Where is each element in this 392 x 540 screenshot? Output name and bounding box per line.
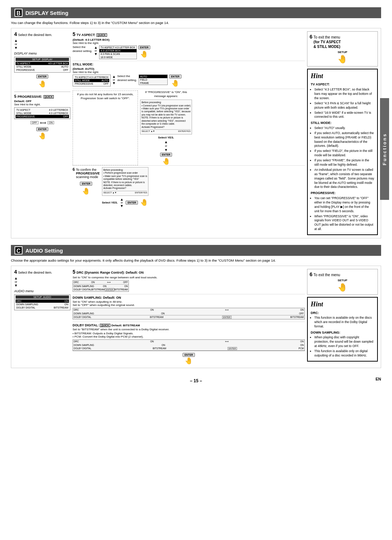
audio-hint-drc-title: DRC:	[311, 311, 374, 315]
audio-menu-drc-label: DRC	[16, 300, 22, 302]
display-prog-yes-controls: Select YES. ▲ or ▼ ENTER 🤚	[158, 136, 174, 165]
audio-hint-title: Hint	[311, 300, 374, 309]
drc-enter: ENTER	[105, 288, 114, 291]
audio-step6-exit-label: To exit the menu	[314, 273, 340, 277]
display-step4-num: 4	[14, 31, 17, 37]
hand-icon-tvaspect: 🤚	[140, 50, 148, 58]
display-step5c-toggle: OFF ⟺ ON	[14, 120, 70, 125]
audio-drc-desc: Set to "ON" to compress the range betwee…	[73, 276, 305, 279]
stillmode-menu-tvaspect: TV ASPECT 4:3 LETTERBOX	[74, 76, 109, 79]
display-step5c-label: PROGRESSIVE:	[17, 95, 42, 98]
display-step6-exit-label: To exit the menu (for TV ASPECT& STILL M…	[314, 35, 341, 49]
display-step6-label: To confirm thePROGRESSIVEscanning mode	[76, 168, 100, 179]
display-menu-text: DISPLAY menu	[14, 52, 37, 55]
ds-drc-label: DRC	[74, 309, 79, 311]
audio-hint-ds-title: DOWN SAMPLING:	[311, 330, 374, 335]
hint-still-item4: If you select "FRAME", the picture in th…	[314, 158, 374, 167]
display-step6-header: 6 To confirm thePROGRESSIVEscanning mode	[73, 167, 100, 179]
hint-still-item2: If you select AUTO, automatically select…	[314, 131, 374, 149]
audio-ds-title: DOWN SAMPLING: Default: ON	[73, 296, 305, 299]
display-step6-enter-area: ENTER	[73, 181, 100, 186]
page: Functions B DISPLAY Setting You can chan…	[11, 7, 381, 383]
ds-ds-off: OFF	[299, 312, 304, 315]
dolby-dolby-label: DOLBY DIGITAL	[74, 347, 91, 350]
setup-label-audio: SETUP	[310, 279, 375, 282]
display-menu-row-progressive: PROGRESSIVE OFF	[16, 68, 69, 72]
hand-icon-step6: 🤚	[140, 198, 148, 206]
drc-dolby-bs: BITSTREAM	[91, 288, 105, 291]
display-menu-box: SETUP DISPLAY TV ASPECT 4/3 LETTER BOX S…	[14, 57, 70, 73]
display-menu-tvaspect-label: TV ASPECT	[16, 62, 30, 65]
functions-label: Functions	[382, 133, 387, 165]
display-hint-tvaspect-list: Select "4:3 LETTER BOX", so that black b…	[311, 88, 374, 119]
display-step5c-menu: TV ASPECT 4:3 LETTERBOX STILL MODE 4:3 L…	[14, 107, 70, 119]
display-step6-yes-nav: ▲ or ▼	[120, 197, 124, 208]
dolby-ds-on2: ON	[300, 344, 304, 346]
ds-table-dolby-row: DOLBY DIGITAL BITSTREAM ENTER BITSTREAM	[73, 315, 305, 319]
hint-tvaspect-item2: Select "4:3 PAN & SCAN" for a full heigh…	[314, 101, 374, 110]
display-prog-confirm-box: Before proceeding: • Connect your TV (vi…	[140, 100, 192, 134]
audio-hint-box: Hint DRC: This function is available onl…	[307, 297, 378, 362]
audio-step6-exit-box: 6 To exit the menu SETUP 🤚	[307, 269, 378, 295]
setup-label-display: SETUP	[310, 51, 375, 54]
audio-dolby-default: Default: BITSTREAM	[111, 324, 140, 327]
display-step5a-header: 5 TV ASPECT: QUICK	[73, 31, 305, 37]
sm-progressive-val: OFF	[103, 82, 109, 85]
enter-key-tvaspect: ENTER	[138, 45, 151, 49]
display-step5b-label: STILL MODE:	[73, 63, 93, 66]
enter-key-prog: ENTER	[36, 127, 49, 131]
audio-menu-row-downsampling: DOWN SAMPLING ON	[16, 303, 69, 306]
display-main-layout: 4 Select the desired item. ▲ or ▼ DISPLA…	[14, 31, 378, 235]
audio-menu-setup: SETUP	[33, 296, 42, 298]
en-label: EN	[359, 377, 381, 381]
display-step5b-default-text: (Default: AUTO)	[73, 67, 94, 70]
dolby-drc-label: DRC	[74, 340, 79, 343]
display-menu-tvaspect-value: 4/3 LETTER BOX	[48, 62, 68, 65]
enter-key-step6: ENTER	[80, 182, 92, 186]
display-menu-stillmode-value: AUTO	[61, 65, 68, 68]
audio-dolby-desc3: • PCM: Convert the Dolby Digital into PC…	[73, 335, 305, 338]
hint-ds-item2: This function is available only on digit…	[314, 349, 374, 358]
hint-drc-item1: This function is available only on the d…	[314, 316, 374, 329]
audio-ds-table: DRC ON ⟺ ON DOWN SAMPLING ON OFF DO	[73, 308, 305, 319]
audio-menu-row-drc: DRC ON	[16, 299, 69, 303]
audio-drc-table-area: DRC ON ⟺ OFF DOWN SAMPLING ON ON	[73, 280, 305, 292]
display-step5c-header: 5 PROGRESSIVE: QUICK	[14, 94, 70, 98]
select-yes-label: Select YES.	[158, 136, 174, 139]
display-nav-arrows: ▲ or ▼	[14, 39, 18, 50]
ds-drc-on: ON	[150, 309, 154, 311]
hand-icon-stillmode: 🤚	[171, 79, 179, 87]
audio-dolby-enter: ENTER	[73, 352, 305, 357]
enter-key-stillmode: ENTER	[169, 74, 181, 78]
audio-dolby-area: DOLBY DIGITAL: QUICK Default: BITSTREAM …	[73, 322, 305, 365]
display-step6-exit-header: 6 To exit the menu (for TV ASPECT& STILL…	[310, 34, 375, 49]
display-step5c-num: 5	[14, 94, 16, 98]
hint-still-item3: If you select "FIELD", the picture in th…	[314, 149, 374, 158]
sm-progressive-label: PROGRESSIVE	[75, 82, 93, 85]
dolby-dolby-pcm: PCM	[299, 347, 304, 350]
audio-menu-dolby-label: DOLBY DIGITAL	[16, 306, 35, 309]
hint-still-item1: Select "AUTO" usually.	[314, 126, 374, 130]
audio-drc-table: DRC ON ⟺ OFF DOWN SAMPLING ON ON	[73, 280, 129, 292]
audio-section-title: AUDIO Setting	[25, 247, 63, 254]
display-section-title: DISPLAY Setting	[25, 10, 68, 16]
ds-table-drc-row: DRC ON ⟺ ON	[73, 308, 305, 312]
dolby-drc-on2: ON	[300, 340, 304, 343]
audio-step4-col: 4 Select the desired item. ▲ or ▼ AUDIO …	[14, 269, 70, 365]
audio-step6-exit-header: 6 To exit the menu	[310, 271, 375, 277]
display-step6-confirm-text: Before proceeding: • Perform progressive…	[103, 169, 147, 194]
sm-tvaspect-val: 4:3 LETTERBOX	[89, 76, 109, 78]
ds-ds-on: ON	[161, 312, 165, 315]
display-section-header: B DISPLAY Setting	[11, 7, 381, 18]
hand-icon-prog: 🤚	[38, 132, 46, 140]
display-step6-hand: 🤚	[73, 187, 100, 195]
or-yes2: or	[121, 201, 123, 204]
display-step5b-nav: ▲ or ▼	[112, 74, 116, 85]
drc-col2: ON	[91, 281, 95, 284]
display-step6-confirm-area: 6 To confirm thePROGRESSIVEscanning mode…	[73, 165, 305, 208]
audio-menu-text: AUDIO menu	[14, 289, 34, 293]
or-label3: or	[113, 78, 115, 81]
audio-dolby-header: DOLBY DIGITAL: QUICK Default: BITSTREAM	[73, 323, 305, 327]
audio-menu-drc-value: ON	[65, 300, 69, 302]
display-menu-progressive-value: OFF	[63, 69, 68, 71]
